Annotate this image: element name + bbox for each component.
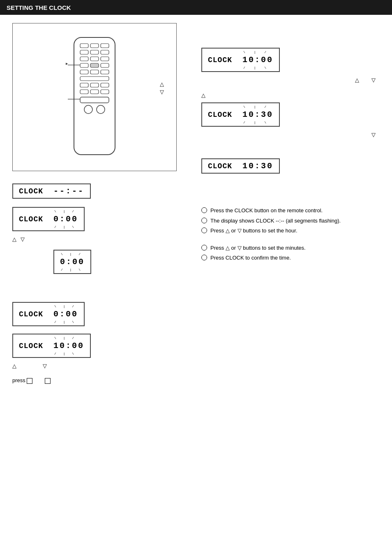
right-tick-bot-1030: / | \ [243,121,270,124]
right-lcd-row-1030: CLOCK \ | / 10:30 / | \ [201,102,380,127]
down-arrow-1000: ▽ [43,363,47,369]
right-tick-top-1000: \ | / [243,50,270,54]
svg-rect-20 [80,90,88,94]
svg-rect-1 [80,44,88,48]
tick-top-1000: \ | / [54,336,76,340]
svg-rect-10 [80,63,88,67]
bottom-squares-row: press [12,377,189,384]
square1-text: press [12,377,32,384]
right-bullet-top: Press the CLOCK button on the remote con… [201,207,380,235]
svg-rect-14 [90,70,99,74]
digits-1000: 10:00 [53,341,84,350]
svg-rect-9 [101,57,109,61]
svg-rect-11 [90,63,99,67]
bullet-text-1: Press the CLOCK button on the remote con… [210,207,323,215]
digits-000: 0:00 [53,214,78,224]
tick-bot-1000: / | \ [54,352,76,355]
bullet-circle-2 [201,218,207,223]
clock-time-000b: \ | / 0:00 / | \ [60,257,85,267]
clock-000-section: CLOCK \ | / 0:00 / | \ △ ▽ [12,207,189,242]
svg-rect-0 [74,37,115,155]
right-up-text: △ [201,92,380,98]
svg-rect-4 [80,50,88,54]
right-clock-1000-section: CLOCK \ | / 10:00 / | \ △ ▽ [201,48,380,83]
lcd-row-000c: CLOCK \ | / 0:00 / | \ [12,302,189,326]
bullet-circle-5 [201,255,207,260]
right-column: CLOCK \ | / 10:00 / | \ △ ▽ △ CLOCK [201,23,380,384]
svg-rect-3 [101,44,109,48]
tick-bot-000b: / | \ [61,268,83,272]
svg-text:▶: ▶ [66,62,68,65]
svg-rect-23 [80,97,109,103]
right-clock-time-1030: \ | / 10:30 / | \ [242,110,273,119]
lcd-display-initial: CLOCK --:-- [12,183,91,199]
tick-bot-000: / | \ [54,225,76,229]
right-clock-label-1030b: CLOCK [208,162,232,170]
svg-rect-21 [90,90,99,94]
remote-svg: ▶ [66,35,123,159]
lcd-display-000b: \ | / 0:00 / | \ [53,250,91,274]
remote-control-box: ▶ △ ▽ [12,23,177,171]
bullet-text-2: The display shows CLOCK --:-- (all segme… [210,217,341,225]
digits-000b: 0:00 [60,257,85,267]
lcd-row-000b: \ | / 0:00 / | \ [53,250,189,274]
clock-1000-section: CLOCK \ | / 10:00 / | \ △ ▽ [12,334,189,369]
bullet-circle-4 [201,245,207,251]
svg-rect-22 [101,90,109,94]
right-digits-1000: 10:00 [242,55,273,65]
clock-time-000c: \ | / 0:00 / | \ [53,309,78,319]
right-clock-1030b-section: CLOCK 10:30 [201,158,380,174]
arrows-row-000: △ ▽ [12,236,189,242]
right-clock-time-1000: \ | / 10:00 / | \ [242,55,273,65]
right-down-1030: ▽ [201,132,380,138]
svg-rect-13 [80,70,88,74]
svg-rect-6 [101,50,109,54]
svg-rect-12 [101,63,109,67]
up-arrow-1000: △ [12,363,16,369]
clock-label-initial: CLOCK [19,187,43,195]
svg-point-24 [84,105,92,114]
page-title: SETTING THE CLOCK [7,4,71,11]
svg-rect-19 [101,83,109,87]
right-up-arrow-1000: △ [355,77,359,83]
right-clock-label-1000: CLOCK [208,56,232,64]
tick-top-000: \ | / [54,209,76,213]
svg-rect-17 [80,83,88,87]
lcd-row-1000: CLOCK \ | / 10:00 / | \ [12,334,189,358]
right-clock-time-1030b: 10:30 [242,161,273,171]
lcd-display-000: CLOCK \ | / 0:00 / | \ [12,207,85,231]
header-bar: SETTING THE CLOCK [0,0,392,15]
bullet-item-5: Press CLOCK to confirm the time. [201,254,380,262]
digits-000c: 0:00 [53,309,78,319]
left-column: ▶ △ ▽ CLOCK --:-- CLOCK [12,23,189,384]
main-content: ▶ △ ▽ CLOCK --:-- CLOCK [0,15,392,392]
lcd-display-1000: CLOCK \ | / 10:00 / | \ [12,334,91,358]
bullet-text-5: Press CLOCK to confirm the time. [210,254,291,262]
arrows-1000: △ ▽ [12,363,189,369]
bullet-item-2: The display shows CLOCK --:-- (all segme… [201,217,380,225]
down-arrow-label: ▽ [160,89,164,95]
svg-rect-16 [80,77,109,81]
svg-rect-5 [90,50,99,54]
right-lcd-row-1030b: CLOCK 10:30 [201,158,380,174]
tick-top-000b: \ | / [61,252,83,256]
right-lcd-display-1030: CLOCK \ | / 10:30 / | \ [201,102,280,127]
tick-top-000c: \ | / [54,304,76,308]
square-button-1[interactable] [27,378,32,384]
lcd-row-000: CLOCK \ | / 0:00 / | \ [12,207,189,231]
bullet-list-bottom: Press △ or ▽ buttons to set the minutes.… [201,244,380,262]
svg-rect-8 [90,57,99,61]
right-down-arrow-1000: ▽ [371,77,376,83]
square-button-2[interactable] [45,378,51,384]
clock-time-000: \ | / 0:00 / | \ [53,214,78,224]
bullet-text-4: Press △ or ▽ buttons to set the minutes. [210,244,306,252]
bullet-item-3: Press △ or ▽ buttons to set the hour. [201,227,380,235]
bullet-circle-1 [201,207,207,213]
bullet-list-top: Press the CLOCK button on the remote con… [201,207,380,235]
right-tick-bot-1000: / | \ [243,66,270,70]
right-lcd-row-1000: CLOCK \ | / 10:00 / | \ [201,48,380,72]
bullet-item-4: Press △ or ▽ buttons to set the minutes. [201,244,380,252]
up-arrow-000: △ [12,236,16,242]
clock-label-000: CLOCK [19,215,43,223]
svg-point-25 [97,105,105,114]
